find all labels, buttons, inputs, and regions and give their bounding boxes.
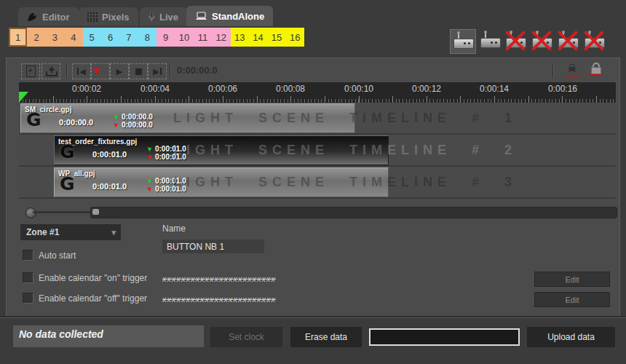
memory-button-12[interactable]: 12 — [212, 28, 230, 47]
tab-label: Live — [159, 12, 178, 23]
fade-in-triangle-icon: ▼ — [146, 178, 153, 186]
lock-button[interactable] — [587, 63, 603, 80]
timeline-scrollbar[interactable] — [90, 207, 617, 218]
upload-data-button[interactable]: Upload data — [527, 327, 615, 347]
red-x-icon — [582, 29, 606, 52]
red-underline — [589, 74, 602, 76]
lock-icon — [591, 63, 600, 74]
new-scene-button[interactable] — [21, 63, 40, 79]
missing-interface-2[interactable] — [529, 29, 554, 52]
scene-clip[interactable]: SM_circle.gpj G 0:00:00.0 ▼▼ 0:00:00.00:… — [20, 103, 355, 133]
dmx-interface-icon — [480, 32, 499, 50]
tab-standalone[interactable]: StandAlone — [186, 6, 273, 26]
calendar-on-checkbox[interactable] — [23, 272, 33, 283]
live-tab-icon — [148, 12, 155, 22]
tab-live[interactable]: Live — [140, 7, 187, 26]
button-name-input[interactable] — [162, 240, 264, 253]
memory-button-15[interactable]: 15 — [267, 28, 285, 47]
tab-label: Editor — [42, 12, 70, 23]
memory-button-6[interactable]: 6 — [101, 28, 119, 47]
set-clock-button[interactable]: Set clock — [210, 327, 282, 347]
tab-editor[interactable]: Editor — [18, 7, 79, 26]
playhead-marker[interactable] — [19, 92, 28, 103]
red-underline — [566, 75, 579, 76]
timeline-tracks: LIGHT SCENE TIMELINE # 1 SM_circle.gpj G… — [19, 103, 616, 200]
calendar-off-edit-button[interactable]: Edit — [534, 292, 610, 307]
fade-out-triangle-icon: ▼ — [146, 186, 153, 194]
auto-start-label: Auto start — [39, 250, 76, 261]
calendar-off-label: Enable calendar "off" trigger — [39, 293, 147, 304]
collected-data-status: No data collected — [13, 325, 204, 347]
upload-progress-bar — [369, 328, 520, 346]
clip-group-letter: G — [60, 143, 75, 162]
memory-button-5[interactable]: 5 — [83, 28, 101, 47]
tab-pixels[interactable]: Pixels — [79, 7, 138, 26]
memory-button-2[interactable]: 2 — [27, 28, 45, 47]
memory-button-1[interactable]: 1 — [9, 28, 27, 47]
ruler-tick-label: 0:00:12 — [412, 84, 441, 94]
memory-button-11[interactable]: 11 — [194, 28, 212, 47]
play-cursor-icon: ▶ — [93, 67, 107, 76]
fade-out-time: 0:00:00.0 — [122, 121, 153, 129]
zoom-slider-track[interactable] — [33, 211, 91, 213]
tray-arrow-up-icon — [46, 66, 56, 76]
play-icon: ▶ — [116, 67, 122, 76]
transport-toolbar: ◀ ▶ ▶ ▶ 0:00:00.0 ☠ — [14, 62, 611, 81]
import-button[interactable] — [41, 63, 60, 79]
scrollbar-thumb[interactable] — [92, 209, 99, 215]
missing-interface-3[interactable] — [555, 29, 580, 52]
dmx-interface-selected-button[interactable] — [450, 29, 476, 54]
timeline-ruler[interactable]: 0:00:02 0:00:04 0:00:06 0:00:08 0:00:10 … — [19, 82, 616, 103]
toolbar-divider — [552, 63, 553, 78]
pixels-tab-icon — [87, 12, 98, 22]
memory-button-8[interactable]: 8 — [138, 28, 156, 47]
ruler-tick-label: 0:00:08 — [276, 84, 305, 94]
memory-button-4[interactable]: 4 — [64, 28, 82, 47]
footer-divider — [0, 316, 626, 318]
calendar-on-value: xxxxxxxxxxxxxxxxxxxxxxxx — [162, 274, 276, 283]
skull-icon: ☠ — [567, 63, 577, 74]
missing-interface-4[interactable] — [582, 29, 606, 52]
memory-button-13[interactable]: 13 — [231, 28, 249, 47]
clip-start-time: 0:00:00.0 — [59, 118, 93, 127]
fade-in-time: 0:00:00.0 — [122, 113, 153, 121]
play-from-cursor-button[interactable]: ▶ — [91, 63, 110, 79]
timeline-track-2[interactable]: LIGHT SCENE TIMELINE # 2 test_order_fixt… — [19, 135, 616, 167]
auto-start-checkbox[interactable] — [23, 250, 33, 261]
editor-tab-icon — [27, 12, 38, 22]
memory-button-14[interactable]: 14 — [249, 28, 267, 47]
memory-button-10[interactable]: 10 — [175, 28, 193, 47]
go-to-start-button[interactable]: ◀ — [72, 63, 91, 79]
blackout-button[interactable]: ☠ — [564, 63, 580, 80]
timeline-track-3[interactable]: LIGHT SCENE TIMELINE # 3 WP_all.gpj G 0:… — [19, 167, 616, 199]
memory-button-row: 1 2 3 4 5 6 7 8 9 10 11 12 13 14 15 16 — [9, 28, 304, 47]
ruler-tick-label: 0:00:04 — [140, 84, 170, 94]
go-start-icon: ◀ — [77, 67, 85, 76]
timeline-track-1[interactable]: LIGHT SCENE TIMELINE # 1 SM_circle.gpj G… — [19, 103, 616, 135]
play-button[interactable]: ▶ — [110, 63, 129, 79]
zone-dropdown[interactable]: Zone #1 ▾ — [20, 224, 121, 240]
fade-in-time: 0:00:01.0 — [155, 177, 186, 185]
fade-out-triangle-icon: ▼ — [113, 122, 119, 130]
tab-label: StandAlone — [212, 11, 264, 22]
clip-group-letter: G — [60, 175, 75, 194]
fade-out-time: 0:00:01.0 — [155, 185, 186, 193]
calendar-on-edit-button[interactable]: Edit — [534, 272, 610, 287]
dmx-interface-icon — [453, 33, 472, 50]
fade-in-time: 0:00:01.0 — [155, 145, 186, 153]
memory-button-16[interactable]: 16 — [286, 28, 304, 47]
missing-interface-1[interactable] — [503, 29, 528, 52]
calendar-off-checkbox[interactable] — [23, 293, 33, 304]
scene-clip[interactable]: test_order_fixtures.gpj G 0:00:01.0 ▼▼ 0… — [54, 135, 389, 165]
dmx-interface-button[interactable] — [478, 29, 502, 52]
document-plus-icon — [26, 66, 36, 77]
go-to-end-button[interactable]: ▶ — [148, 63, 167, 79]
memory-button-3[interactable]: 3 — [46, 28, 64, 47]
memory-button-9[interactable]: 9 — [156, 28, 175, 47]
stop-button[interactable] — [129, 63, 148, 79]
calendar-off-value: xxxxxxxxxxxxxxxxxxxxxxxx — [162, 295, 276, 304]
toolbar-divider — [170, 63, 170, 78]
scene-clip[interactable]: WP_all.gpj G 0:00:01.0 ▼▼ 0:00:01.00:00:… — [54, 167, 389, 197]
erase-data-button[interactable]: Erase data — [290, 327, 362, 347]
memory-button-7[interactable]: 7 — [119, 28, 138, 47]
